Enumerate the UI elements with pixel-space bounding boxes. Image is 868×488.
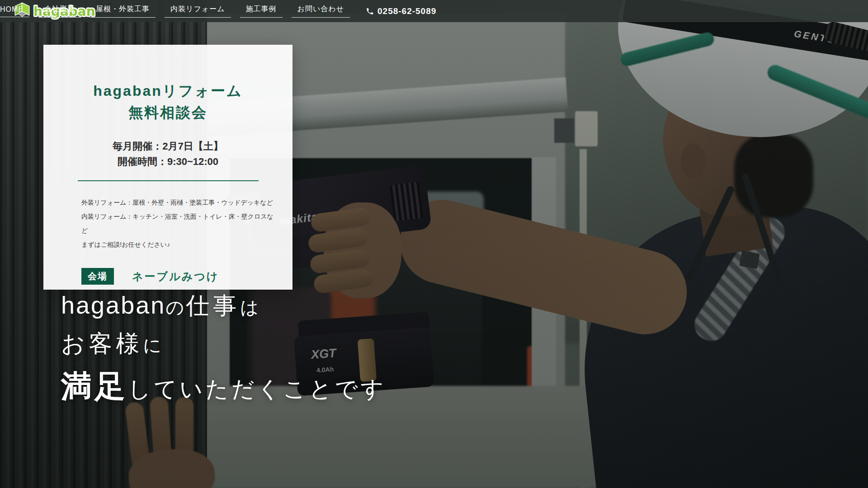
promo-venue-row: 会場 ネーブルみつけ [81, 268, 292, 285]
promo-detail-exterior: 外装リフォーム：屋根・外壁・雨樋・塗装工事・ウッドデッキなど [81, 196, 276, 210]
promo-title-line2: 無料相談会 [43, 102, 292, 123]
nav-underline [90, 17, 156, 18]
promo-card: hagabanリフォーム 無料相談会 毎月開催：2月7日【土】 開催時間：9:3… [43, 45, 292, 290]
promo-schedule-date: 毎月開催：2月7日【土】 [43, 139, 292, 154]
venue-name: ネーブルみつけ [132, 269, 219, 284]
nav-item-home[interactable]: HOME [0, 5, 24, 17]
promo-title-line1: hagabanリフォーム [43, 80, 292, 102]
hero-copy: hagaban の 仕事 は お客様 に 満足 していただくことです [61, 290, 387, 413]
nav-item-company[interactable]: 会社概要 [44, 5, 75, 18]
nav-underline [240, 17, 283, 18]
hero-line1-particle1: の [165, 295, 186, 320]
promo-schedule-time: 開催時間：9:30~12:00 [43, 154, 292, 169]
promo-divider [78, 180, 259, 181]
hero-copy-line2: お客様 に [61, 328, 387, 360]
nav-item-interior-reform[interactable]: 内装リフォーム [170, 5, 225, 18]
phone-link[interactable]: 0258-62-5089 [366, 6, 436, 16]
hero-line2-particle: に [143, 333, 163, 358]
nav-item-works[interactable]: 施工事例 [246, 5, 277, 18]
nav-item-roof-exterior[interactable]: 屋根・外装工事 [96, 5, 150, 18]
hero-section: GENTOS makita XGT 4.0Ah hagaban [0, 0, 868, 488]
hero-copy-line1: hagaban の 仕事 は [61, 290, 387, 322]
hero-line3-rest: していただくことです [128, 374, 387, 404]
phone-number: 0258-62-5089 [377, 6, 436, 16]
venue-badge: 会場 [81, 268, 114, 285]
hero-line3-emphasis: 満足 [61, 366, 128, 407]
promo-detail-interior: 内装リフォーム：キッチン・浴室・洗面・トイレ・床・壁クロスなど [81, 210, 276, 238]
hero-line2-main: お客様 [61, 328, 143, 360]
promo-detail-cta: まずはご相談!お任せください♪ [81, 238, 276, 252]
main-nav: HOME 会社概要 屋根・外装工事 内装リフォーム 施工事例 お問い合わせ [0, 5, 344, 18]
nav-item-contact[interactable]: お問い合わせ [297, 5, 344, 18]
hero-line1-particle2: は [240, 295, 260, 320]
hero-line1-brand: hagaban [61, 291, 165, 319]
phone-icon [366, 7, 374, 15]
hero-line1-main: 仕事 [186, 290, 240, 322]
hero-copy-line3: 満足 していただくことです [61, 366, 387, 407]
top-navigation-bar: hagaban HOME 会社概要 屋根・外装工事 内装リフォーム 施工事例 お… [0, 0, 868, 22]
nav-underline [38, 17, 81, 18]
nav-underline [292, 17, 350, 18]
promo-details: 外装リフォーム：屋根・外壁・雨樋・塗装工事・ウッドデッキなど 内装リフォーム：キ… [81, 196, 276, 252]
nav-underline [0, 17, 29, 17]
nav-underline [165, 17, 231, 18]
